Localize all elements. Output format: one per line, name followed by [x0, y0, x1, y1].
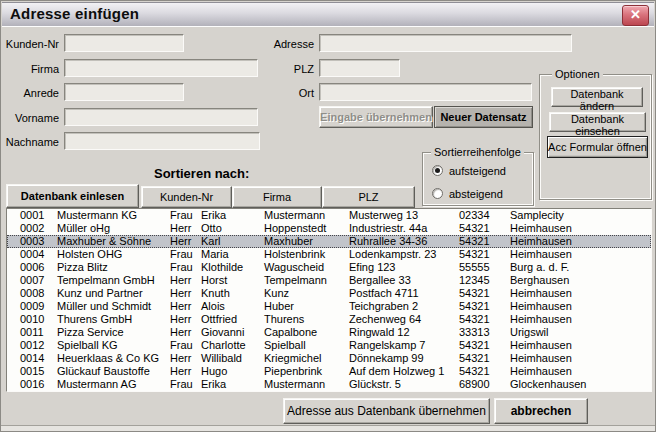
cell-4: Spielball [264, 339, 306, 352]
vorname-field[interactable] [64, 108, 258, 126]
cell-6: 54321 [459, 222, 490, 235]
read-database-button[interactable]: Datenbank einlesen [6, 184, 139, 208]
adresse-field[interactable] [319, 34, 572, 52]
table-row[interactable]: 0010Thurens GmbHHerrOttfriedThurensZeche… [7, 313, 651, 326]
cell-1: Tempelmann GmbH [57, 274, 155, 287]
window-bottom-edge [1, 425, 656, 432]
table-row[interactable]: 0002Müller oHgHerrOttoHoppenstedtIndustr… [7, 222, 651, 235]
close-button[interactable]: ✕ [622, 5, 649, 26]
cell-5: Lodenkampstr. 23 [349, 248, 436, 261]
table-row[interactable]: 0001Mustermann KGFrauErikaMustermannMust… [7, 209, 651, 222]
cell-7: Urigswil [510, 326, 549, 339]
vorname-label: Vorname [1, 112, 59, 124]
cell-6: 54321 [459, 287, 490, 300]
cell-4: Piepenbrink [264, 365, 322, 378]
cell-0: 0014 [20, 352, 44, 365]
kunden-nr-field[interactable] [64, 34, 184, 52]
ascending-radio[interactable] [432, 165, 443, 176]
cell-5: Zechenweg 64 [349, 313, 421, 326]
descending-radio[interactable] [432, 188, 443, 199]
table-row[interactable]: 0015Glückauf BaustoffeHerrHugoPiepenbrin… [7, 365, 651, 378]
cell-0: 0008 [20, 287, 44, 300]
options-group-title: Optionen [552, 68, 603, 80]
cell-4: Holstenbrink [264, 248, 325, 261]
cell-2: Herr [170, 287, 191, 300]
cell-7: Samplecity [510, 209, 564, 222]
cell-6: 54321 [459, 352, 490, 365]
table-row[interactable]: 0006Pizza BlitzFrauKlothildeWaguscheidEf… [7, 261, 651, 274]
cell-3: Alois [201, 300, 225, 313]
change-database-button[interactable]: Datenbank ändern [551, 87, 643, 107]
cell-3: Erika [201, 378, 226, 391]
cell-3: Willibald [201, 352, 242, 365]
descending-radio-label[interactable]: absteigend [449, 188, 503, 200]
cell-1: Maxhuber & Söhne [57, 235, 151, 248]
firma-field[interactable] [64, 59, 258, 77]
cell-7: Heimhausen [510, 222, 572, 235]
cell-2: Herr [170, 326, 191, 339]
anrede-field[interactable] [64, 83, 184, 101]
cell-3: Otto [201, 222, 222, 235]
sort-by-kunden-nr-button[interactable]: Kunden-Nr [141, 186, 232, 208]
cancel-button[interactable]: abbrechen [494, 398, 588, 424]
kunden-nr-label: Kunden-Nr [1, 38, 59, 50]
cell-1: Müller und Schmidt [57, 300, 151, 313]
cell-5: Efing 123 [349, 261, 395, 274]
table-row[interactable]: 0014Heuerklaas & Co KGHerrWillibaldKrieg… [7, 352, 651, 365]
plz-field[interactable] [319, 59, 400, 77]
cell-4: Waguscheid [264, 261, 324, 274]
sort-by-heading: Sortieren nach: [154, 166, 249, 181]
nachname-field[interactable] [64, 132, 260, 150]
ort-field[interactable] [319, 83, 532, 101]
table-row[interactable]: 0004Holsten OHGFrauMariaHolstenbrinkLode… [7, 248, 651, 261]
cell-0: 0003 [20, 235, 44, 248]
ort-label: Ort [251, 87, 314, 99]
title-bar[interactable]: Adresse einfügen ✕ [2, 2, 654, 27]
cell-3: Charlotte [201, 339, 246, 352]
cell-5: Glückstr. 5 [349, 378, 401, 391]
cell-4: Tempelmann [264, 274, 327, 287]
view-database-button[interactable]: Datenbank einsehen [549, 112, 646, 132]
cell-2: Frau [170, 261, 193, 274]
new-record-button[interactable]: Neuer Datensatz [434, 106, 533, 128]
take-address-button[interactable]: Adresse aus Datenbank übernehmen [283, 398, 490, 424]
cell-2: Herr [170, 235, 191, 248]
cell-2: Herr [170, 222, 191, 235]
cell-3: Maria [201, 248, 229, 261]
table-row[interactable]: 0008Kunz und PartnerHerrKnuthKunzPostfac… [7, 287, 651, 300]
cell-5: Teichgraben 2 [349, 300, 418, 313]
cell-6: 54321 [459, 313, 490, 326]
open-acc-form-button[interactable]: Acc Formular öffnen [547, 136, 648, 158]
address-list[interactable]: 0001Mustermann KGFrauErikaMustermannMust… [6, 208, 652, 392]
cell-7: Heimhausen [510, 235, 572, 248]
plz-label: PLZ [251, 63, 314, 75]
table-row[interactable]: 0009Müller und SchmidtHerrAloisHuberTeic… [7, 300, 651, 313]
ascending-radio-label[interactable]: aufsteigend [449, 165, 506, 177]
cell-4: Mustermann [264, 378, 325, 391]
cell-6: 68900 [459, 378, 490, 391]
cell-1: Thurens GmbH [57, 313, 132, 326]
cell-3: Hugo [201, 365, 227, 378]
cell-6: 54321 [459, 365, 490, 378]
cell-6: 54321 [459, 300, 490, 313]
cell-3: Giovanni [201, 326, 244, 339]
table-row[interactable]: 0016Mustermann AGFrauErikaMustermannGlüc… [7, 378, 651, 391]
cell-7: Berghausen [510, 274, 569, 287]
cell-5: Postfach 4711 [349, 287, 419, 300]
cell-4: Hoppenstedt [264, 222, 326, 235]
table-row[interactable]: 0012Spielball KGFrauCharlotteSpielballRa… [7, 339, 651, 352]
anrede-label: Anrede [1, 87, 59, 99]
table-row[interactable]: 0011Pizza ServiceHerrGiovanniCapalboneRi… [7, 326, 651, 339]
cell-2: Herr [170, 313, 191, 326]
cell-2: Frau [170, 378, 193, 391]
cell-7: Heimhausen [510, 300, 572, 313]
sort-by-firma-button[interactable]: Firma [232, 186, 322, 208]
sort-by-plz-button[interactable]: PLZ [322, 186, 415, 208]
adresse-label: Adresse [251, 38, 314, 50]
cell-7: Heimhausen [510, 248, 572, 261]
table-row[interactable]: 0007Tempelmann GmbHHerrHorstTempelmannBe… [7, 274, 651, 287]
cell-4: Kriegmichel [264, 352, 321, 365]
cell-1: Müller oHg [57, 222, 110, 235]
cell-5: Industriestr. 44a [349, 222, 427, 235]
table-row[interactable]: 0003Maxhuber & SöhneHerrKarlMaxhuberRuhr… [7, 235, 651, 248]
